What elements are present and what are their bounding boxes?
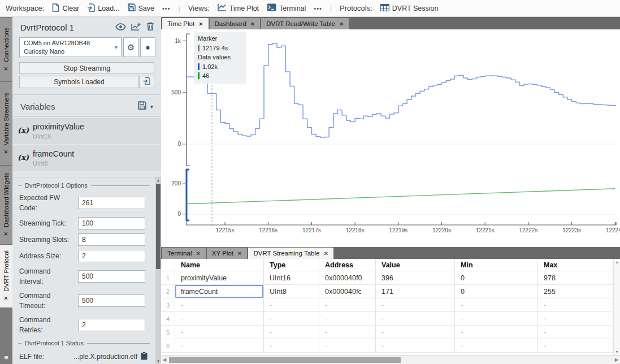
cell-empty[interactable]: -	[319, 298, 376, 312]
scroll-up-icon[interactable]: ▲	[157, 177, 160, 183]
column-header-type[interactable]: Type	[264, 259, 319, 271]
sidebar-tab-connections[interactable]: ✕ Connections	[0, 17, 12, 81]
cell-empty[interactable]: -	[376, 339, 455, 353]
chevron-down-icon[interactable]: ▾	[150, 103, 153, 110]
horizontal-scrollbar[interactable]: ◀ ▶	[161, 355, 620, 364]
cell-empty[interactable]: -	[538, 312, 613, 326]
close-icon[interactable]: ✕	[250, 21, 255, 27]
close-icon[interactable]: ✕	[237, 250, 242, 257]
cell-empty[interactable]: -	[376, 298, 455, 312]
command-retries-input[interactable]	[78, 319, 145, 331]
variable-item-proximityvalue[interactable]: (x) proximityValue UInt16	[12, 118, 161, 144]
cell-max[interactable]: 978	[538, 271, 613, 285]
close-icon[interactable]: ✕	[3, 66, 10, 72]
cell-empty[interactable]: -	[538, 298, 613, 312]
connection-settings-button[interactable]: ⚙	[123, 37, 138, 57]
cell-empty[interactable]: -	[264, 298, 319, 312]
streaming-tick-input[interactable]	[78, 217, 145, 229]
cell-empty[interactable]: -	[264, 326, 319, 339]
close-icon[interactable]: ✕	[323, 250, 328, 257]
stop-connection-button[interactable]: ■	[140, 37, 155, 57]
cell-empty[interactable]: -	[175, 312, 264, 326]
tab-dvrt-streaming-table[interactable]: DVRT Streaming Table ✕	[248, 248, 333, 259]
column-header-value[interactable]: Value	[376, 259, 455, 271]
scroll-left-icon[interactable]: ◀	[163, 357, 166, 362]
load-symbols-button[interactable]	[139, 76, 154, 88]
dvrt-session-button[interactable]: DVRT Session	[380, 4, 439, 13]
scroll-down-icon[interactable]: ▼	[157, 358, 160, 364]
cell-empty[interactable]: -	[455, 312, 538, 326]
scrollbar-thumb[interactable]	[156, 184, 161, 269]
save-variables-icon[interactable]	[138, 101, 146, 112]
sidebar-tab-variable-streamers[interactable]: ✕ Variable Streamers	[0, 81, 12, 165]
table-vertical-scrollbar[interactable]: ▲ ▼	[613, 259, 620, 355]
tab-dashboard[interactable]: Dashboard ✕	[210, 18, 261, 29]
expected-fw-code-input[interactable]	[78, 197, 145, 209]
workspace-more-button[interactable]: •••	[162, 5, 171, 12]
cell-min[interactable]: 0	[455, 271, 538, 285]
variable-item-framecount[interactable]: (x) frameCount UInt8	[12, 145, 161, 171]
column-header-min[interactable]: Min	[455, 259, 538, 271]
cell-empty[interactable]: -	[455, 326, 538, 339]
cell-address[interactable]: 0x000040f0	[319, 271, 376, 285]
delete-trash-icon[interactable]	[146, 22, 154, 33]
cell-empty[interactable]: -	[175, 339, 264, 353]
cell-empty[interactable]: -	[455, 298, 538, 312]
cell-value[interactable]: 396	[376, 271, 455, 285]
cell-empty[interactable]: -	[175, 298, 264, 312]
cell-empty[interactable]: -	[319, 339, 376, 353]
tab-dvrt-read-write-table[interactable]: DVRT Read/Write Table ✕	[261, 18, 349, 29]
column-header-name[interactable]: Name	[175, 259, 264, 271]
sidebar-tab-dashboard-widgets[interactable]: ✕ Dashboard Widgets	[0, 165, 12, 244]
views-more-button[interactable]: •••	[314, 5, 322, 12]
command-interval-input[interactable]	[78, 270, 145, 283]
streaming-slots-input[interactable]	[78, 233, 145, 246]
visibility-eye-icon[interactable]	[115, 23, 126, 33]
scroll-right-icon[interactable]: ▶	[615, 357, 618, 362]
close-icon[interactable]: ✕	[3, 231, 10, 237]
cell-empty[interactable]: -	[376, 326, 455, 339]
sidebar-tab-dvrt-protocol[interactable]: ✕ DVRT Protocol	[0, 244, 12, 307]
options-scrollbar[interactable]: ▲ ▼	[155, 177, 161, 364]
close-icon[interactable]: ✕	[198, 21, 203, 27]
cell-type[interactable]: UInt8	[264, 285, 319, 298]
tab-xy-plot[interactable]: XY Plot ✕	[207, 248, 248, 259]
column-header-max[interactable]: Max	[538, 259, 613, 271]
cell-address[interactable]: 0x000040fc	[319, 285, 376, 298]
close-icon[interactable]: ✕	[196, 250, 200, 257]
terminal-view-button[interactable]: Terminal	[267, 3, 306, 13]
cell-empty[interactable]: -	[538, 326, 613, 339]
cell-empty[interactable]: -	[319, 312, 376, 326]
symbols-loaded-button[interactable]: Symbols Loaded	[19, 76, 139, 88]
com-port-dropdown[interactable]: COM5 on AVR128DB48 Curiosity Nano ▾	[19, 37, 122, 57]
tab-time-plot[interactable]: Time Plot ✕	[162, 18, 209, 29]
cell-max[interactable]: 255	[538, 285, 613, 298]
close-icon[interactable]: ✕	[3, 149, 10, 155]
close-icon[interactable]: ✕	[3, 295, 10, 301]
add-plot-icon[interactable]	[131, 23, 141, 33]
cell-empty[interactable]: -	[319, 326, 376, 339]
cell-empty[interactable]: -	[264, 339, 319, 353]
cell-empty[interactable]: -	[538, 339, 613, 353]
clipboard-icon[interactable]	[141, 352, 148, 362]
stop-streaming-button[interactable]: Stop Streaming	[19, 62, 154, 74]
cell-empty[interactable]: -	[455, 339, 538, 353]
scroll-up-icon[interactable]: ▲	[615, 260, 619, 264]
cell-type[interactable]: UInt16	[264, 271, 319, 285]
tab-terminal[interactable]: Terminal ✕	[162, 248, 206, 259]
cell-min[interactable]: 0	[455, 285, 538, 298]
scrollbar-thumb[interactable]	[169, 357, 401, 363]
cell-empty[interactable]: -	[264, 312, 319, 326]
column-header-address[interactable]: Address	[319, 259, 376, 271]
cell-empty[interactable]: -	[376, 312, 455, 326]
cell-empty[interactable]: -	[175, 326, 264, 339]
load-workspace-button[interactable]: Load...	[87, 3, 119, 14]
address-size-input[interactable]	[78, 250, 145, 262]
close-icon[interactable]: ✕	[339, 21, 344, 27]
command-timeout-input[interactable]	[78, 294, 145, 307]
cell-name-selected[interactable]: frameCount	[175, 285, 264, 298]
cell-name[interactable]: proximityValue	[175, 271, 264, 285]
save-workspace-button[interactable]: Save	[128, 3, 155, 13]
clear-workspace-button[interactable]: Clear	[52, 3, 79, 14]
scroll-down-icon[interactable]: ▼	[615, 350, 619, 354]
